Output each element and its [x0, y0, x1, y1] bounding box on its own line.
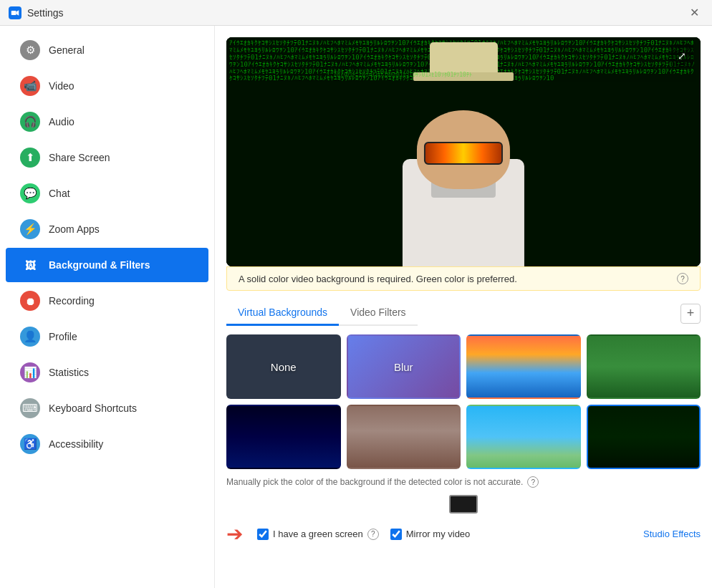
svg-marker-1: [16, 10, 19, 16]
share-screen-label: Share Screen: [49, 152, 110, 163]
sidebar-item-share-screen[interactable]: ⬆Share Screen: [6, 140, 208, 175]
arrow-indicator: ➔: [226, 522, 243, 546]
svg-rect-0: [11, 11, 16, 15]
backgrounds-grid: None Blur: [226, 334, 701, 469]
sidebar-item-audio[interactable]: 🎧Audio: [6, 105, 208, 139]
tab-virtual-backgrounds[interactable]: Virtual Backgrounds: [226, 301, 339, 326]
background-none[interactable]: None: [226, 334, 341, 399]
color-swatch[interactable]: [449, 495, 478, 514]
sidebar-item-accessibility[interactable]: ♿Accessibility: [6, 427, 208, 461]
zoom-apps-label: Zoom Apps: [49, 223, 100, 235]
sidebar-item-statistics[interactable]: 📊Statistics: [6, 355, 208, 390]
zoom-apps-icon: ⚡: [20, 219, 40, 239]
recording-label: Recording: [49, 295, 95, 307]
green-screen-help-icon[interactable]: ?: [367, 529, 379, 540]
background-label: Background & Filters: [49, 259, 150, 271]
green-screen-label: I have a green screen: [273, 529, 363, 539]
tab-video-filters[interactable]: Video Filters: [339, 301, 418, 326]
sidebar-item-profile[interactable]: 👤Profile: [6, 319, 208, 354]
person-overlay: 10ｱｲ01ﾅﾆ10ｳｴ01ｵｶ10ｷｸ01ｹｺ10ｻｼ01ｽｾ10ｿﾀ01ﾁﾂ…: [333, 72, 594, 266]
keyboard-icon: ⌨: [20, 398, 40, 418]
mirror-checkbox[interactable]: [390, 529, 402, 540]
warning-bar: A solid color video background is requir…: [226, 266, 701, 291]
chat-label: Chat: [49, 188, 70, 199]
sidebar-item-general[interactable]: ⚙General: [6, 33, 208, 67]
video-icon: 📹: [20, 76, 40, 96]
audio-icon: 🎧: [20, 112, 40, 132]
background-bridge[interactable]: [466, 334, 581, 399]
accessibility-icon: ♿: [20, 434, 40, 454]
audio-label: Audio: [49, 116, 74, 127]
share-screen-icon: ⬆: [20, 148, 40, 168]
green-screen-group: I have a green screen ?: [257, 529, 379, 540]
tabs-row: Virtual Backgrounds Video Filters +: [226, 301, 701, 326]
color-help-icon[interactable]: ?: [527, 476, 539, 488]
title-bar: Settings ✕: [0, 0, 712, 26]
statistics-icon: 📊: [20, 362, 40, 382]
mirror-group: Mirror my video: [390, 529, 471, 540]
background-matrix[interactable]: [587, 405, 701, 469]
expand-button[interactable]: ⤢: [670, 44, 693, 67]
chat-icon: 💬: [20, 183, 40, 203]
background-none-label: None: [271, 361, 297, 373]
recording-icon: ⏺: [20, 291, 40, 311]
color-swatch-row: [226, 495, 701, 514]
background-space[interactable]: [226, 405, 341, 469]
profile-label: Profile: [49, 331, 77, 342]
video-label: Video: [49, 80, 74, 92]
profile-icon: 👤: [20, 327, 40, 347]
studio-effects-link[interactable]: Studio Effects: [643, 529, 701, 539]
green-screen-checkbox[interactable]: [257, 529, 269, 540]
warning-help-icon[interactable]: ?: [677, 273, 688, 284]
sidebar-item-video[interactable]: 📹Video: [6, 69, 208, 103]
background-icon: 🖼: [20, 255, 40, 275]
statistics-label: Statistics: [49, 367, 89, 378]
color-note-text: Manually pick the color of the backgroun…: [226, 477, 523, 487]
close-button[interactable]: ✕: [685, 4, 703, 21]
sidebar-item-zoom-apps[interactable]: ⚡Zoom Apps: [6, 212, 208, 246]
sidebar-item-recording[interactable]: ⏺Recording: [6, 284, 208, 318]
add-background-button[interactable]: +: [680, 304, 701, 324]
background-cartoon[interactable]: [466, 405, 581, 469]
sidebar-item-chat[interactable]: 💬Chat: [6, 176, 208, 211]
warning-text: A solid color video background is requir…: [239, 274, 517, 284]
background-blur-label: Blur: [394, 361, 413, 373]
tab-group: Virtual Backgrounds Video Filters: [226, 301, 418, 326]
keyboard-label: Keyboard Shortcuts: [49, 403, 137, 414]
content-area: ｱｲｳｴｵｶｷｸｹｺｻｼｽｾｿﾀﾁﾂﾃ01ﾅﾆﾇﾈﾉﾊﾋﾌﾍﾎﾏﾐﾑﾒﾓﾔﾕﾖﾗ…: [215, 26, 712, 588]
sidebar-item-keyboard[interactable]: ⌨Keyboard Shortcuts: [6, 391, 208, 425]
background-grass[interactable]: [587, 334, 701, 399]
color-note-row: Manually pick the color of the backgroun…: [226, 476, 701, 488]
video-preview: ｱｲｳｴｵｶｷｸｹｺｻｼｽｾｿﾀﾁﾂﾃ01ﾅﾆﾇﾈﾉﾊﾋﾌﾍﾎﾏﾐﾑﾒﾓﾔﾕﾖﾗ…: [226, 37, 701, 266]
window-title: Settings: [27, 7, 64, 19]
background-blur[interactable]: Blur: [347, 334, 461, 399]
bottom-controls: ➔ I have a green screen ? Mirror my vide…: [226, 522, 701, 546]
background-office[interactable]: [347, 405, 461, 469]
app-icon: [9, 6, 21, 19]
mirror-label: Mirror my video: [406, 529, 471, 539]
sidebar-item-background[interactable]: 🖼Background & Filters: [6, 248, 208, 282]
general-icon: ⚙: [20, 40, 40, 60]
accessibility-label: Accessibility: [49, 438, 103, 450]
sidebar: ⚙General📹Video🎧Audio⬆Share Screen💬Chat⚡Z…: [0, 26, 215, 588]
general-label: General: [49, 44, 85, 56]
